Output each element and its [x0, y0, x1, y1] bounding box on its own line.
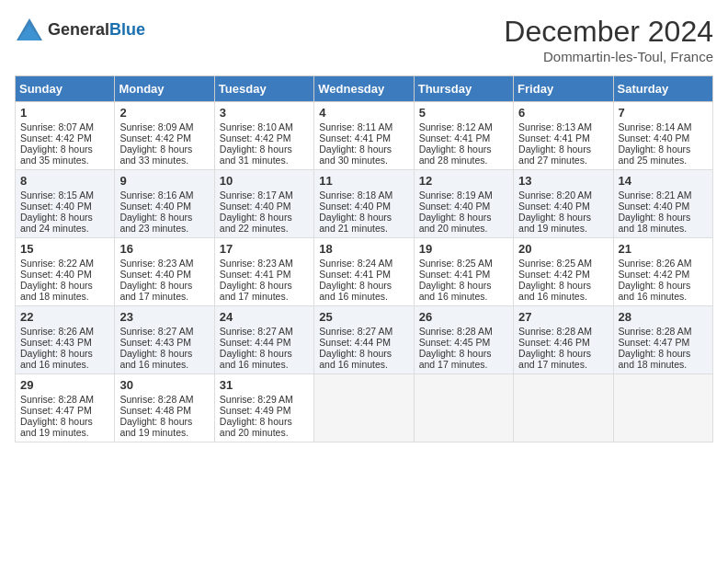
sunrise-text: Sunrise: 8:23 AM	[220, 258, 309, 269]
daylight-text: Daylight: 8 hours and 20 minutes.	[419, 212, 508, 234]
sunrise-text: Sunrise: 8:27 AM	[319, 326, 408, 337]
day-number: 22	[20, 310, 109, 324]
sunset-text: Sunset: 4:41 PM	[518, 132, 608, 144]
day-number: 31	[220, 378, 309, 392]
sunrise-text: Sunrise: 8:28 AM	[619, 326, 708, 337]
week-row-3: 15Sunrise: 8:22 AMSunset: 4:40 PMDayligh…	[16, 238, 713, 306]
sunset-text: Sunset: 4:42 PM	[20, 132, 109, 144]
day-number: 8	[20, 174, 109, 188]
day-number: 24	[220, 310, 309, 324]
calendar-cell: 2Sunrise: 8:09 AMSunset: 4:42 PMDaylight…	[115, 102, 214, 170]
calendar-cell: 14Sunrise: 8:21 AMSunset: 4:40 PMDayligh…	[613, 170, 712, 238]
daylight-text: Daylight: 8 hours and 20 minutes.	[220, 416, 309, 438]
sunrise-text: Sunrise: 8:22 AM	[20, 258, 109, 269]
day-number: 2	[119, 106, 209, 120]
sunset-text: Sunset: 4:41 PM	[220, 269, 309, 280]
calendar-cell: 8Sunrise: 8:15 AMSunset: 4:40 PMDaylight…	[16, 170, 115, 238]
daylight-text: Daylight: 8 hours and 16 minutes.	[20, 348, 109, 370]
daylight-text: Daylight: 8 hours and 17 minutes.	[220, 280, 309, 302]
daylight-text: Daylight: 8 hours and 30 minutes.	[319, 144, 408, 166]
sunrise-text: Sunrise: 8:07 AM	[20, 121, 109, 132]
sunset-text: Sunset: 4:47 PM	[619, 337, 708, 348]
logo-blue-text: Blue	[109, 20, 145, 39]
daylight-text: Daylight: 8 hours and 35 minutes.	[20, 144, 109, 166]
calendar-cell: 21Sunrise: 8:26 AMSunset: 4:42 PMDayligh…	[613, 238, 712, 306]
sunset-text: Sunset: 4:47 PM	[20, 405, 109, 416]
daylight-text: Daylight: 8 hours and 21 minutes.	[319, 212, 408, 234]
day-number: 15	[20, 242, 109, 256]
calendar-cell: 9Sunrise: 8:16 AMSunset: 4:40 PMDaylight…	[115, 170, 214, 238]
calendar-cell: 31Sunrise: 8:29 AMSunset: 4:49 PMDayligh…	[214, 374, 313, 442]
daylight-text: Daylight: 8 hours and 31 minutes.	[220, 144, 309, 166]
calendar-cell: 5Sunrise: 8:12 AMSunset: 4:41 PMDaylight…	[414, 102, 513, 170]
sunset-text: Sunset: 4:40 PM	[319, 201, 408, 212]
day-number: 7	[619, 106, 708, 120]
day-number: 1	[20, 106, 109, 120]
sunrise-text: Sunrise: 8:17 AM	[220, 190, 309, 201]
daylight-text: Daylight: 8 hours and 33 minutes.	[119, 144, 209, 166]
header-friday: Friday	[514, 76, 613, 102]
sunrise-text: Sunrise: 8:27 AM	[220, 326, 309, 337]
sunrise-text: Sunrise: 8:10 AM	[220, 121, 309, 132]
sunrise-text: Sunrise: 8:15 AM	[20, 190, 109, 201]
week-row-5: 29Sunrise: 8:28 AMSunset: 4:47 PMDayligh…	[16, 374, 713, 442]
calendar-cell: 1Sunrise: 8:07 AMSunset: 4:42 PMDaylight…	[16, 102, 115, 170]
sunrise-text: Sunrise: 8:09 AM	[119, 121, 209, 132]
sunrise-text: Sunrise: 8:28 AM	[419, 326, 508, 337]
calendar-cell: 28Sunrise: 8:28 AMSunset: 4:47 PMDayligh…	[613, 306, 712, 374]
location-title: Dommartin-les-Toul, France	[504, 49, 713, 64]
daylight-text: Daylight: 8 hours and 22 minutes.	[220, 212, 309, 234]
daylight-text: Daylight: 8 hours and 16 minutes.	[419, 280, 508, 302]
sunset-text: Sunset: 4:49 PM	[220, 405, 309, 416]
calendar-cell: 4Sunrise: 8:11 AMSunset: 4:41 PMDaylight…	[314, 102, 414, 170]
daylight-text: Daylight: 8 hours and 16 minutes.	[220, 348, 309, 370]
calendar-cell: 10Sunrise: 8:17 AMSunset: 4:40 PMDayligh…	[214, 170, 313, 238]
daylight-text: Daylight: 8 hours and 18 minutes.	[619, 348, 708, 370]
sunrise-text: Sunrise: 8:21 AM	[619, 190, 708, 201]
title-block: December 2024 Dommartin-les-Toul, France	[504, 15, 713, 64]
daylight-text: Daylight: 8 hours and 16 minutes.	[119, 348, 209, 370]
sunset-text: Sunset: 4:40 PM	[119, 201, 209, 212]
daylight-text: Daylight: 8 hours and 19 minutes.	[518, 212, 608, 234]
calendar-table: SundayMondayTuesdayWednesdayThursdayFrid…	[15, 75, 713, 442]
day-number: 29	[20, 378, 109, 392]
day-number: 26	[419, 310, 508, 324]
daylight-text: Daylight: 8 hours and 19 minutes.	[119, 416, 209, 438]
day-number: 19	[419, 242, 508, 256]
calendar-cell: 12Sunrise: 8:19 AMSunset: 4:40 PMDayligh…	[414, 170, 513, 238]
sunrise-text: Sunrise: 8:28 AM	[119, 394, 209, 405]
day-number: 11	[319, 174, 408, 188]
day-number: 16	[119, 242, 209, 256]
week-row-2: 8Sunrise: 8:15 AMSunset: 4:40 PMDaylight…	[16, 170, 713, 238]
daylight-text: Daylight: 8 hours and 18 minutes.	[619, 212, 708, 234]
daylight-text: Daylight: 8 hours and 23 minutes.	[119, 212, 209, 234]
sunset-text: Sunset: 4:40 PM	[619, 132, 708, 144]
calendar-cell	[613, 374, 712, 442]
calendar-cell: 30Sunrise: 8:28 AMSunset: 4:48 PMDayligh…	[115, 374, 214, 442]
sunset-text: Sunset: 4:40 PM	[419, 201, 508, 212]
day-number: 17	[220, 242, 309, 256]
sunset-text: Sunset: 4:43 PM	[119, 337, 209, 348]
calendar-cell: 7Sunrise: 8:14 AMSunset: 4:40 PMDaylight…	[613, 102, 712, 170]
header-thursday: Thursday	[414, 76, 513, 102]
sunset-text: Sunset: 4:42 PM	[220, 132, 309, 144]
calendar-cell: 17Sunrise: 8:23 AMSunset: 4:41 PMDayligh…	[214, 238, 313, 306]
calendar-cell: 18Sunrise: 8:24 AMSunset: 4:41 PMDayligh…	[314, 238, 414, 306]
daylight-text: Daylight: 8 hours and 17 minutes.	[419, 348, 508, 370]
sunrise-text: Sunrise: 8:23 AM	[119, 258, 209, 269]
day-number: 4	[319, 106, 408, 120]
daylight-text: Daylight: 8 hours and 28 minutes.	[419, 144, 508, 166]
calendar-cell: 15Sunrise: 8:22 AMSunset: 4:40 PMDayligh…	[16, 238, 115, 306]
sunset-text: Sunset: 4:43 PM	[20, 337, 109, 348]
sunset-text: Sunset: 4:44 PM	[319, 337, 408, 348]
day-number: 13	[518, 174, 608, 188]
sunrise-text: Sunrise: 8:24 AM	[319, 258, 408, 269]
calendar-cell: 27Sunrise: 8:28 AMSunset: 4:46 PMDayligh…	[514, 306, 613, 374]
day-number: 23	[119, 310, 209, 324]
day-number: 9	[119, 174, 209, 188]
calendar-cell: 6Sunrise: 8:13 AMSunset: 4:41 PMDaylight…	[514, 102, 613, 170]
week-row-1: 1Sunrise: 8:07 AMSunset: 4:42 PMDaylight…	[16, 102, 713, 170]
sunrise-text: Sunrise: 8:16 AM	[119, 190, 209, 201]
day-number: 14	[619, 174, 708, 188]
day-number: 20	[518, 242, 608, 256]
